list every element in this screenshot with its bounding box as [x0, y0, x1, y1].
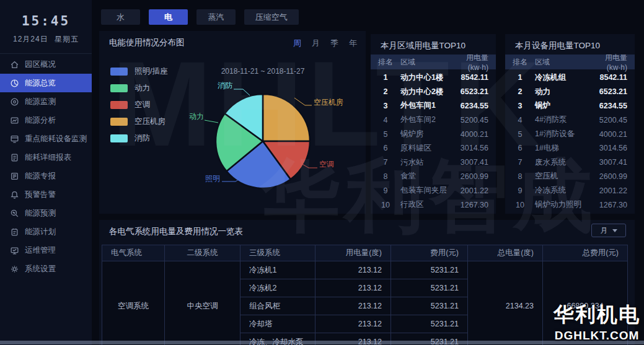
legend-swatch: [110, 118, 128, 126]
col-header: 电气系统: [102, 245, 165, 261]
total-energy-cell: 2134.23: [468, 261, 543, 345]
sidebar: 15:45 12月24日 星期五 园区概况 能源总览 能源监测 能源分析 重点能…: [0, 0, 92, 345]
table-row: 5锅炉房4000.21: [371, 127, 496, 141]
pie-callout-fire: 消防: [218, 81, 232, 91]
sidebar-item-ops-management[interactable]: 运维管理: [0, 241, 92, 260]
col-header: 用电量(度): [315, 245, 391, 261]
legend-swatch: [110, 101, 128, 109]
sidebar-item-label: 能源总览: [25, 78, 56, 89]
sidebar-nav: 园区概况 能源总览 能源监测 能源分析 重点能耗设备监测 能耗详细报表 能源专报: [0, 55, 92, 278]
horizontal-scrollbar[interactable]: [0, 341, 644, 344]
table-row: 51#消防设备4000.21: [505, 127, 635, 141]
systems-cost-panel: 各电气系统用电量及费用情况一览表 月 电气系统 二级系统 三级系统 用电量(度)…: [99, 220, 635, 345]
table-row: 7废水系统3007.41: [505, 155, 635, 170]
sidebar-item-key-device-monitor[interactable]: 重点能耗设备监测: [0, 129, 92, 148]
sidebar-divider: [0, 53, 92, 54]
table-row: 44#消防泵5200.45: [505, 113, 635, 127]
col-header: 三级系统: [240, 245, 315, 261]
period-quarter[interactable]: 季: [330, 38, 338, 49]
period-month[interactable]: 月: [312, 38, 320, 49]
table-row: 61#电梯3014.56: [505, 141, 635, 155]
sidebar-item-energy-plan[interactable]: 能源计划: [0, 222, 92, 241]
table-body: 1动力中心1楼8542.11 2动力中心2楼6523.21 3外包车间16234…: [371, 71, 496, 212]
sidebar-item-energy-forecast[interactable]: 能源预测: [0, 204, 92, 222]
total-cost-cell: 66890.234: [543, 261, 628, 345]
sidebar-item-energy-analysis[interactable]: 能源分析: [0, 111, 92, 129]
detail-report-icon: [10, 153, 19, 162]
sidebar-item-label: 能源预测: [25, 208, 56, 219]
table-row: 4外包车间25200.45: [371, 113, 496, 127]
sidebar-item-label: 能源专报: [25, 171, 56, 181]
period-selector: 周 月 季 年: [293, 38, 357, 49]
table-header: 排名 区域 用电量(kw·h): [505, 55, 635, 69]
sidebar-item-alert-alarm[interactable]: 预警告警: [0, 185, 92, 204]
table-row: 8空压机2600.99: [505, 170, 635, 184]
pie-legend: 照明/插座 动力 空调 空压机房 消防: [110, 67, 167, 151]
table-row: 7污水站3007.41: [371, 155, 496, 170]
sidebar-item-label: 能源监测: [25, 97, 56, 107]
systems-table: 电气系统 二级系统 三级系统 用电量(度) 费用(元) 总电量(度) 总费用(元…: [102, 245, 628, 345]
pie-callout-power: 动力: [189, 111, 204, 122]
table-row: 2动力6523.21: [505, 85, 635, 99]
sidebar-item-label: 预警告警: [25, 190, 56, 200]
energy-analysis-icon: [10, 116, 19, 125]
table-row: 6原料罐区3014.56: [371, 141, 496, 155]
legend-item[interactable]: 空压机房: [110, 117, 167, 126]
sidebar-item-system-settings[interactable]: 系统设置: [0, 260, 92, 278]
table-header-row: 电气系统 二级系统 三级系统 用电量(度) 费用(元) 总电量(度) 总费用(元…: [102, 245, 628, 261]
col-header: 总费用(元): [543, 245, 628, 261]
table-row: 1动力中心1楼8542.11: [371, 71, 496, 85]
sidebar-item-energy-monitor[interactable]: 能源监测: [0, 92, 92, 111]
sidebar-item-label: 重点能耗设备监测: [25, 134, 87, 144]
table-body: 1冷冻机组8542.11 2动力6523.21 3锅炉6234.55 44#消防…: [505, 71, 635, 212]
legend-item[interactable]: 空调: [110, 100, 167, 109]
subsystem-cell: 中央空调: [165, 261, 240, 345]
sidebar-item-label: 能源分析: [25, 115, 56, 126]
energy-overview-icon: [10, 79, 19, 88]
panel-title: 本月区域用电量TOP10: [381, 40, 465, 51]
sidebar-item-energy-overview[interactable]: 能源总览: [0, 74, 92, 92]
device-monitor-icon: [10, 134, 19, 144]
home-icon: [10, 60, 19, 69]
col-header: 费用(元): [391, 245, 468, 261]
tab-electricity[interactable]: 电: [149, 9, 188, 25]
clock: 15:45: [0, 0, 92, 28]
pie-callout-hvac: 空调: [319, 159, 334, 170]
sidebar-item-label: 运维管理: [25, 245, 56, 256]
sidebar-item-park-overview[interactable]: 园区概况: [0, 55, 92, 74]
period-select-dropdown[interactable]: 月: [591, 224, 626, 237]
chevron-down-icon: [612, 229, 617, 232]
panel-title: 各电气系统用电量及费用情况一览表: [109, 226, 243, 237]
selected-period: 月: [601, 225, 608, 236]
legend-item[interactable]: 动力: [110, 84, 167, 92]
legend-item[interactable]: 消防: [110, 134, 167, 142]
main-content: 水 电 蒸汽 压缩空气 电能使用情况分布图 周 月 季 年 2018-11-21…: [92, 0, 644, 345]
sidebar-item-energy-bulletin[interactable]: 能源专报: [0, 167, 92, 185]
panel-title: 本月设备用电量TOP10: [515, 40, 600, 51]
sidebar-item-label: 系统设置: [25, 264, 56, 274]
pie-callout-compressor-room: 空压机房: [314, 97, 343, 108]
col-header: 总电量(度): [468, 245, 543, 261]
pie-callout-lighting: 照明: [205, 173, 220, 184]
table-row: 2动力中心2楼6523.21: [371, 85, 496, 99]
legend-swatch: [110, 134, 128, 142]
period-year[interactable]: 年: [349, 38, 357, 49]
sidebar-item-detail-report[interactable]: 能耗详细报表: [0, 148, 92, 167]
table-header: 排名 区域 用电量(kw·h): [371, 55, 496, 69]
table-row: 1冷冻机组8542.11: [505, 71, 635, 85]
pie-callout-line: [294, 98, 312, 105]
table-row: 3锅炉6234.55: [505, 99, 635, 113]
pie-slice[interactable]: [263, 94, 310, 141]
table-row: 8食堂2600.99: [371, 170, 496, 184]
period-week[interactable]: 周: [293, 38, 301, 49]
legend-item[interactable]: 照明/插座: [110, 67, 167, 76]
sidebar-item-label: 园区概况: [25, 59, 56, 70]
energy-bulletin-icon: [10, 172, 19, 181]
weekday-label: 星期五: [55, 35, 79, 43]
alarm-bell-icon: [10, 190, 19, 199]
tab-water[interactable]: 水: [101, 9, 140, 25]
tab-steam[interactable]: 蒸汽: [196, 9, 236, 25]
legend-swatch: [110, 68, 128, 76]
date-row: 12月24日 星期五: [0, 34, 92, 45]
tab-compressed-air[interactable]: 压缩空气: [244, 9, 299, 25]
